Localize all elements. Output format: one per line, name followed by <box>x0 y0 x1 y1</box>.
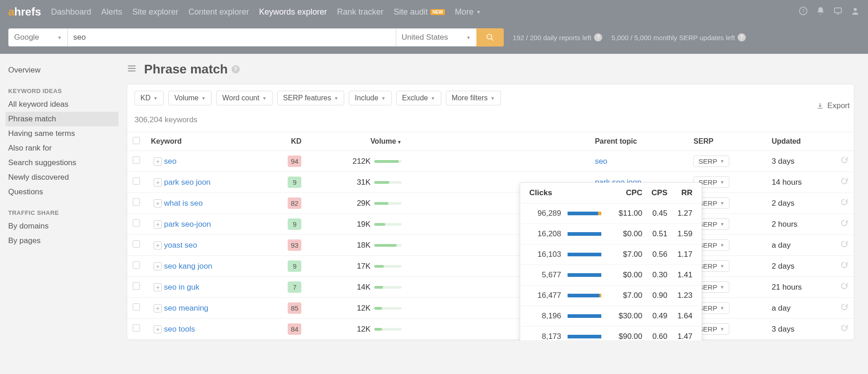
serp-button[interactable]: SERP ▼ <box>693 156 729 167</box>
chevron-down-icon: ▼ <box>153 96 158 101</box>
sidebar-item-by-pages[interactable]: By pages <box>8 234 119 248</box>
row-checkbox[interactable] <box>133 219 140 227</box>
svg-rect-3 <box>837 14 839 15</box>
nav-item-dashboard[interactable]: Dashboard <box>51 7 91 17</box>
popup-col-rr: RR <box>667 188 692 197</box>
refresh-button[interactable] <box>835 193 854 214</box>
refresh-button[interactable] <box>835 319 854 340</box>
help-icon[interactable]: ? <box>738 33 746 42</box>
sidebar-item-search-suggestions[interactable]: Search suggestions <box>8 156 119 170</box>
row-checkbox[interactable] <box>133 303 140 311</box>
sidebar-item-all-keyword-ideas[interactable]: All keyword ideas <box>8 97 119 112</box>
help-icon[interactable]: ? <box>232 65 240 73</box>
logo[interactable]: ahrefs <box>8 5 41 18</box>
filter-exclude[interactable]: Exclude▼ <box>396 91 441 105</box>
nav-item-keywords-explorer[interactable]: Keywords explorer <box>259 7 327 17</box>
nav-item-alerts[interactable]: Alerts <box>101 7 122 17</box>
add-icon[interactable]: + <box>154 178 162 187</box>
export-button[interactable]: Export <box>816 101 850 110</box>
svg-line-6 <box>491 38 493 41</box>
chevron-down-icon: ▼ <box>262 96 267 101</box>
row-checkbox[interactable] <box>133 282 140 290</box>
filter-volume[interactable]: Volume▼ <box>168 91 212 105</box>
menu-icon[interactable] <box>127 63 137 75</box>
table-row: + yoast seo9318Kyoast seoSERP ▼a day <box>127 235 854 256</box>
col-parent[interactable]: Parent topic <box>589 132 688 151</box>
display-icon[interactable] <box>833 6 842 17</box>
add-icon[interactable]: + <box>154 220 162 229</box>
keyword-link[interactable]: seo kang joon <box>164 262 212 270</box>
col-volume[interactable]: Volume▼ <box>307 132 407 151</box>
keyword-link[interactable]: park seo joon <box>164 178 211 187</box>
sidebar-section-ideas: KEYWORD IDEAS <box>8 88 119 94</box>
nav-item-rank-tracker[interactable]: Rank tracker <box>337 7 383 17</box>
refresh-button[interactable] <box>835 214 854 235</box>
user-icon[interactable] <box>851 6 860 17</box>
keyword-link[interactable]: seo <box>164 157 176 166</box>
add-icon[interactable]: + <box>154 199 162 208</box>
sidebar-item-questions[interactable]: Questions <box>8 185 119 199</box>
sidebar-item-by-domains[interactable]: By domains <box>8 219 119 234</box>
updated-value: 3 days <box>766 151 835 172</box>
keyword-link[interactable]: what is seo <box>164 199 203 208</box>
add-icon[interactable]: + <box>154 325 162 333</box>
nav-item-site-audit[interactable]: Site auditNEW <box>393 7 444 17</box>
filter-kd[interactable]: KD▼ <box>134 91 164 105</box>
col-keyword[interactable]: Keyword <box>145 132 266 151</box>
engine-select[interactable]: Google▼ <box>8 28 68 47</box>
add-icon[interactable]: + <box>154 157 162 166</box>
kd-badge: 82 <box>288 197 301 209</box>
add-icon[interactable]: + <box>154 304 162 312</box>
add-icon[interactable]: + <box>154 283 162 291</box>
country-select[interactable]: United States▼ <box>396 28 477 47</box>
cps-value: 0.56 <box>642 250 667 259</box>
row-checkbox[interactable] <box>133 198 140 206</box>
clicks-value: 16,208 <box>529 229 561 239</box>
clicks-value: 16,103 <box>529 250 561 259</box>
keyword-link[interactable]: park seo-joon <box>164 220 211 229</box>
select-all-checkbox[interactable] <box>133 137 140 144</box>
row-checkbox[interactable] <box>133 177 140 185</box>
sidebar-item-also-rank-for[interactable]: Also rank for <box>8 141 119 156</box>
col-updated[interactable]: Updated <box>766 132 835 151</box>
row-checkbox[interactable] <box>133 261 140 269</box>
sidebar: Overview KEYWORD IDEAS All keyword ideas… <box>0 54 119 340</box>
refresh-button[interactable] <box>835 172 854 193</box>
sidebar-item-newly-discovered[interactable]: Newly discovered <box>8 170 119 185</box>
row-checkbox[interactable] <box>133 324 140 332</box>
keyword-input[interactable] <box>68 28 396 47</box>
nav-item-site-explorer[interactable]: Site explorer <box>132 7 178 17</box>
refresh-button[interactable] <box>835 277 854 298</box>
keyword-link[interactable]: seo meaning <box>164 304 208 312</box>
filter-include[interactable]: Include▼ <box>349 91 392 105</box>
refresh-button[interactable] <box>835 256 854 277</box>
add-icon[interactable]: + <box>154 262 162 270</box>
search-button[interactable] <box>476 28 504 47</box>
sidebar-item-overview[interactable]: Overview <box>8 63 119 78</box>
sidebar-item-having-same-terms[interactable]: Having same terms <box>8 126 119 141</box>
filter-serp-features[interactable]: SERP features▼ <box>277 91 344 105</box>
refresh-button[interactable] <box>835 298 854 319</box>
col-serp[interactable]: SERP <box>688 132 766 151</box>
add-icon[interactable]: + <box>154 241 162 249</box>
keyword-link[interactable]: seo tools <box>164 325 195 333</box>
help-icon[interactable]: ? <box>799 6 808 17</box>
nav-item-more[interactable]: More▼ <box>455 7 481 17</box>
filter-more-filters[interactable]: More filters▼ <box>446 91 501 105</box>
keyword-link[interactable]: yoast seo <box>164 241 197 249</box>
cpc-value: $30.00 <box>610 312 642 321</box>
help-icon[interactable]: ? <box>594 33 602 42</box>
nav-item-content-explorer[interactable]: Content explorer <box>188 7 249 17</box>
keyword-link[interactable]: seo in guk <box>164 283 200 291</box>
volume-bar <box>374 265 402 268</box>
row-checkbox[interactable] <box>133 240 140 248</box>
volume-bar <box>374 307 402 310</box>
parent-topic-link[interactable]: seo <box>595 157 607 166</box>
refresh-button[interactable] <box>835 151 854 172</box>
col-kd[interactable]: KD <box>266 132 307 151</box>
filter-word-count[interactable]: Word count▼ <box>216 91 272 105</box>
refresh-button[interactable] <box>835 235 854 256</box>
bell-icon[interactable] <box>816 6 825 17</box>
sidebar-item-phrase-match[interactable]: Phrase match <box>5 112 119 126</box>
row-checkbox[interactable] <box>133 156 140 164</box>
